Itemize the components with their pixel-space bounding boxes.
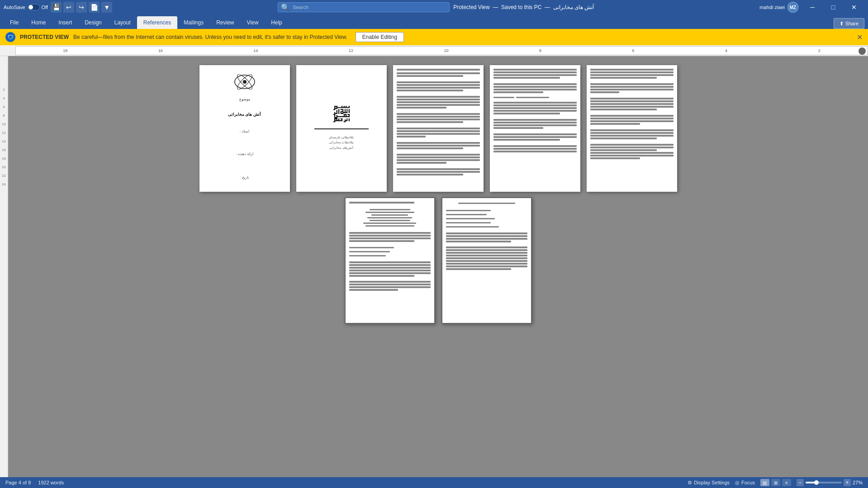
cover-teacher: استاد : bbox=[240, 129, 249, 133]
ruler-num-8: 8 bbox=[539, 48, 541, 53]
zoom-level: 27% bbox=[853, 480, 863, 485]
tab-references[interactable]: References bbox=[137, 16, 177, 29]
text-line bbox=[349, 232, 431, 234]
text-line bbox=[349, 270, 431, 271]
print-layout-view-button[interactable]: ▤ bbox=[760, 479, 769, 486]
focus-button[interactable]: ◎ Focus bbox=[735, 480, 755, 486]
text-line bbox=[493, 77, 560, 79]
protected-view-close-button[interactable]: ✕ bbox=[857, 33, 863, 42]
ruler-num-10: 10 bbox=[444, 48, 448, 53]
text-line bbox=[493, 113, 560, 114]
close-button[interactable]: ✕ bbox=[844, 0, 864, 14]
page-4-text[interactable] bbox=[490, 65, 580, 192]
zoom-slider[interactable] bbox=[806, 482, 842, 483]
share-button[interactable]: ⬆ Share bbox=[834, 18, 864, 29]
page-3-text[interactable] bbox=[393, 65, 484, 192]
cover-date: تاریخ : bbox=[240, 175, 249, 180]
text-line bbox=[590, 83, 674, 85]
tab-design[interactable]: Design bbox=[78, 16, 108, 29]
zoom-out-button[interactable]: − bbox=[797, 479, 804, 486]
titlebar-quick-access: 💾 ↩ ↪ 📄 ▼ bbox=[51, 2, 112, 13]
text-line bbox=[493, 102, 577, 104]
text-line bbox=[397, 130, 480, 132]
spacer bbox=[349, 278, 431, 280]
text-line bbox=[349, 235, 431, 237]
spacer bbox=[397, 92, 480, 95]
tab-help[interactable]: Help bbox=[265, 16, 289, 29]
search-bar[interactable]: 🔍 bbox=[278, 2, 450, 12]
text-line bbox=[590, 71, 674, 73]
text-line bbox=[590, 100, 674, 102]
ruler: 18 16 14 12 10 8 6 4 2 bbox=[15, 46, 868, 55]
document-area[interactable]: موضوع آتش های مخابراتی استاد : ارائه دهن… bbox=[8, 56, 868, 477]
text-line bbox=[493, 91, 543, 93]
focus-icon: ◎ bbox=[735, 480, 740, 486]
text-line bbox=[590, 77, 657, 79]
autosave-toggle[interactable]: AutoSave Off bbox=[4, 4, 48, 10]
web-layout-view-button[interactable]: ⊞ bbox=[771, 479, 780, 486]
tab-home[interactable]: Home bbox=[25, 16, 52, 29]
autosave-label: AutoSave bbox=[4, 5, 25, 10]
page-3-inner bbox=[393, 65, 484, 192]
toggle-knob bbox=[28, 5, 33, 9]
text-line bbox=[397, 104, 480, 106]
spacer bbox=[590, 94, 674, 97]
page-5-text-block bbox=[590, 69, 674, 188]
tab-review[interactable]: Review bbox=[210, 16, 240, 29]
read-mode-view-button[interactable]: ≡ bbox=[782, 479, 791, 486]
spacer bbox=[493, 142, 577, 144]
tab-mailings[interactable]: Mailings bbox=[177, 16, 210, 29]
tab-view[interactable]: View bbox=[241, 16, 265, 29]
search-input[interactable] bbox=[293, 5, 446, 10]
ruler-num-6: 6 bbox=[632, 48, 635, 53]
text-line bbox=[493, 69, 577, 71]
tab-file[interactable]: File bbox=[4, 16, 25, 29]
text-line bbox=[516, 97, 550, 98]
zoom-in-button[interactable]: + bbox=[844, 479, 851, 486]
redo-button[interactable]: ↪ bbox=[76, 2, 87, 13]
page-2-bismillah[interactable]: ﷽ مُلاحظاتی عارضه‌ای ملاحظات مخابراتی آت… bbox=[296, 65, 387, 192]
maximize-button[interactable]: □ bbox=[823, 0, 844, 14]
page-4-inner bbox=[490, 65, 580, 192]
page-1-cover[interactable]: موضوع آتش های مخابراتی استاد : ارائه دهن… bbox=[199, 65, 290, 192]
tab-insert[interactable]: Insert bbox=[52, 16, 78, 29]
page-6-text[interactable] bbox=[345, 197, 435, 324]
customize-button[interactable]: ▼ bbox=[101, 2, 112, 13]
text-line bbox=[349, 281, 431, 283]
new-doc-button[interactable]: 📄 bbox=[89, 2, 100, 13]
text-line bbox=[397, 133, 480, 135]
save-button[interactable]: 💾 bbox=[51, 2, 62, 13]
spacer bbox=[397, 150, 480, 153]
page-info: Page 4 of 8 bbox=[5, 480, 31, 485]
tab-layout[interactable]: Layout bbox=[108, 16, 137, 29]
page-5-text[interactable] bbox=[587, 65, 677, 192]
text-line bbox=[590, 132, 674, 134]
text-line bbox=[493, 74, 577, 76]
page-3-text-block bbox=[397, 69, 480, 188]
text-line bbox=[397, 154, 480, 156]
titlebar: AutoSave Off 💾 ↩ ↪ 📄 ▼ 🔍 آتش های مخابرات… bbox=[0, 0, 868, 14]
undo-button[interactable]: ↩ bbox=[63, 2, 74, 13]
text-line bbox=[397, 145, 480, 147]
spacer bbox=[493, 80, 577, 82]
page-7-text[interactable] bbox=[441, 197, 532, 324]
text-line bbox=[397, 113, 480, 115]
spacer bbox=[590, 140, 674, 143]
ruler-num-4: 4 bbox=[725, 48, 727, 53]
text-line bbox=[493, 86, 577, 88]
bts-section bbox=[349, 208, 431, 228]
text-line bbox=[397, 96, 480, 98]
spacer bbox=[349, 229, 431, 231]
text-line bbox=[397, 87, 480, 89]
text-line bbox=[493, 97, 514, 98]
display-settings-button[interactable]: ⚙ Display Settings bbox=[688, 480, 730, 486]
zoom-handle bbox=[814, 480, 819, 485]
search-icon: 🔍 bbox=[281, 3, 290, 12]
enable-editing-button[interactable]: Enable Editing bbox=[356, 32, 404, 42]
autosave-switch[interactable] bbox=[27, 4, 40, 10]
spacer bbox=[397, 109, 480, 112]
spacer bbox=[590, 80, 674, 82]
doc-title: آتش های مخابراتی — Protected View — Save… bbox=[453, 4, 594, 10]
minimize-button[interactable]: ─ bbox=[802, 0, 823, 14]
statusbar-right: ⚙ Display Settings ◎ Focus ▤ ⊞ ≡ − + 27% bbox=[688, 479, 863, 486]
